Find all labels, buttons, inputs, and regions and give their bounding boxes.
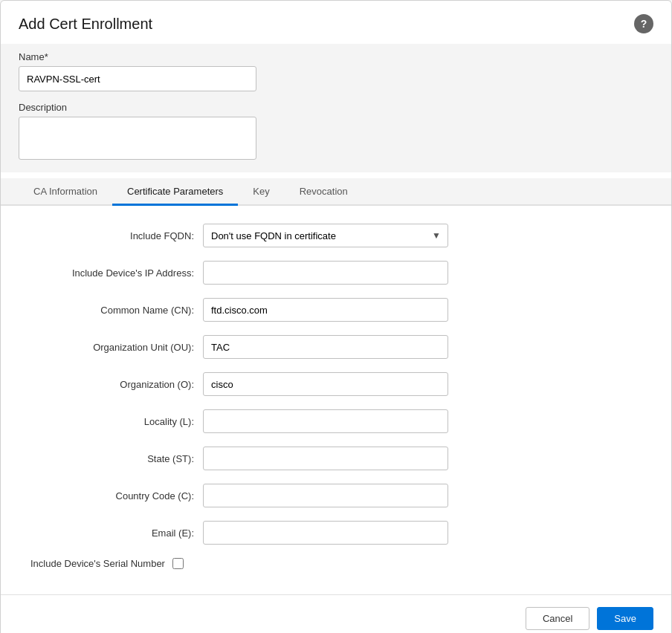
locality-row: Locality (L): xyxy=(1,409,671,433)
email-row: Email (E): xyxy=(1,521,671,545)
name-input[interactable] xyxy=(19,66,256,91)
help-icon[interactable]: ? xyxy=(634,14,653,33)
add-cert-enrollment-dialog: Add Cert Enrollment ? Name* Description … xyxy=(0,0,672,633)
org-label: Organization (O): xyxy=(30,379,194,390)
description-group: Description xyxy=(19,102,653,162)
save-button[interactable]: Save xyxy=(597,607,653,630)
include-device-ip-row: Include Device's IP Address: xyxy=(1,261,671,285)
certificate-parameters-content: Include FQDN: Don't use FQDN in certific… xyxy=(1,206,671,594)
include-serial-label: Include Device's Serial Number xyxy=(30,558,165,569)
include-fqdn-row: Include FQDN: Don't use FQDN in certific… xyxy=(1,224,671,247)
cancel-button[interactable]: Cancel xyxy=(526,607,589,630)
country-code-label: Country Code (C): xyxy=(30,490,194,501)
dialog-header: Add Cert Enrollment ? xyxy=(1,1,671,44)
include-fqdn-select[interactable]: Don't use FQDN in certificate Use device… xyxy=(203,224,448,247)
email-input[interactable] xyxy=(203,521,448,545)
email-label: Email (E): xyxy=(30,528,194,539)
common-name-label: Common Name (CN): xyxy=(30,305,194,316)
org-unit-row: Organization Unit (OU): xyxy=(1,335,671,359)
dialog-footer: Cancel Save xyxy=(1,594,671,633)
country-code-row: Country Code (C): xyxy=(1,484,671,507)
dialog-title: Add Cert Enrollment xyxy=(19,16,152,33)
include-serial-checkbox[interactable] xyxy=(172,558,184,569)
name-group: Name* xyxy=(19,51,653,91)
locality-input[interactable] xyxy=(203,409,448,433)
state-input[interactable] xyxy=(203,447,448,470)
description-input[interactable] xyxy=(19,117,256,160)
tab-key[interactable]: Key xyxy=(238,178,284,204)
org-unit-label: Organization Unit (OU): xyxy=(30,342,194,353)
include-device-ip-label: Include Device's IP Address: xyxy=(30,267,194,279)
common-name-row: Common Name (CN): xyxy=(1,298,671,322)
tabs-container: CA Information Certificate Parameters Ke… xyxy=(1,178,671,206)
tab-revocation[interactable]: Revocation xyxy=(285,178,363,204)
include-fqdn-select-wrapper: Don't use FQDN in certificate Use device… xyxy=(203,224,448,247)
state-label: State (ST): xyxy=(30,453,194,464)
org-unit-input[interactable] xyxy=(203,335,448,359)
country-code-input[interactable] xyxy=(203,484,448,507)
include-serial-row: Include Device's Serial Number xyxy=(1,558,671,569)
form-section: Name* Description xyxy=(1,44,671,172)
org-row: Organization (O): xyxy=(1,372,671,396)
common-name-input[interactable] xyxy=(203,298,448,322)
state-row: State (ST): xyxy=(1,447,671,470)
description-label: Description xyxy=(19,102,653,113)
name-label: Name* xyxy=(19,51,653,62)
locality-label: Locality (L): xyxy=(30,416,194,427)
include-fqdn-label: Include FQDN: xyxy=(30,230,194,241)
org-input[interactable] xyxy=(203,372,448,396)
tab-certificate-parameters[interactable]: Certificate Parameters xyxy=(112,178,238,204)
include-device-ip-input[interactable] xyxy=(203,261,448,285)
tab-ca-information[interactable]: CA Information xyxy=(19,178,112,204)
